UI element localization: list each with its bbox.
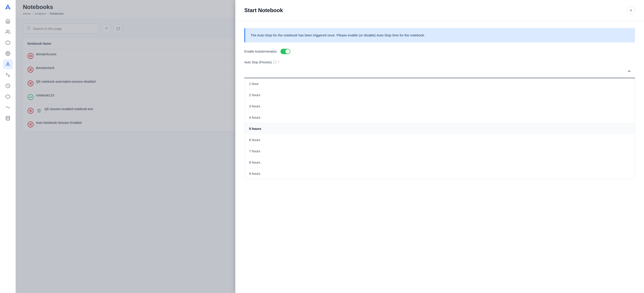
sidebar-item-network[interactable] — [3, 38, 13, 48]
sidebar-item-monitor[interactable] — [3, 102, 13, 112]
start-notebook-panel: Start Notebook The Auto-Stop for the not… — [235, 0, 644, 293]
svg-point-0 — [6, 30, 8, 32]
app-logo — [3, 3, 12, 12]
svg-point-2 — [7, 53, 8, 54]
svg-marker-1 — [6, 41, 10, 45]
autostop-section: Auto Stop (Presets) i * 1 hour2 hours3 h… — [244, 61, 635, 179]
dropdown-list: 1 hour2 hours3 hours4 hours5 hours6 hour… — [244, 78, 635, 179]
chevron-up-icon — [627, 69, 632, 75]
dropdown-item[interactable]: 5 hours — [244, 123, 635, 134]
dropdown-header[interactable] — [244, 66, 635, 78]
sidebar-item-settings[interactable] — [3, 49, 13, 58]
required-marker: * — [278, 61, 279, 64]
dropdown-item[interactable]: 9 hours — [244, 168, 635, 179]
autostop-dropdown: 1 hour2 hours3 hours4 hours5 hours6 hour… — [244, 66, 635, 179]
autotermination-row: Enable Autotermination — [244, 49, 635, 54]
dropdown-item[interactable]: 2 hours — [244, 89, 635, 101]
dropdown-item[interactable]: 4 hours — [244, 112, 635, 123]
dropdown-item[interactable]: 3 hours — [244, 101, 635, 112]
dropdown-item[interactable]: 6 hours — [244, 134, 635, 146]
alert-banner: The Auto-Stop for the notebook has been … — [244, 28, 635, 43]
sidebar-item-history[interactable] — [3, 81, 13, 91]
svg-point-3 — [7, 63, 8, 64]
sidebar — [0, 0, 16, 293]
close-button[interactable] — [627, 6, 635, 14]
sidebar-item-connections[interactable] — [3, 70, 13, 80]
info-icon[interactable]: i — [273, 61, 277, 64]
autostop-label: Auto Stop (Presets) i * — [244, 61, 635, 64]
panel-body: The Auto-Stop for the notebook has been … — [235, 21, 644, 293]
dropdown-item[interactable]: 7 hours — [244, 146, 635, 157]
dropdown-item[interactable]: 8 hours — [244, 157, 635, 168]
alert-text: The Auto-Stop for the notebook has been … — [250, 33, 425, 37]
sidebar-item-person[interactable] — [3, 59, 13, 69]
autotermination-toggle[interactable] — [280, 49, 290, 54]
sidebar-item-analytics[interactable] — [3, 92, 13, 102]
svg-point-6 — [6, 116, 10, 118]
sidebar-item-users[interactable] — [3, 27, 13, 37]
svg-marker-5 — [6, 95, 10, 99]
autotermination-label: Enable Autotermination — [244, 50, 277, 53]
dropdown-item[interactable]: 1 hour — [244, 78, 635, 89]
sidebar-item-home[interactable] — [3, 16, 13, 26]
panel-title: Start Notebook — [244, 7, 283, 14]
panel-header: Start Notebook — [235, 0, 644, 21]
sidebar-item-storage[interactable] — [3, 113, 13, 123]
